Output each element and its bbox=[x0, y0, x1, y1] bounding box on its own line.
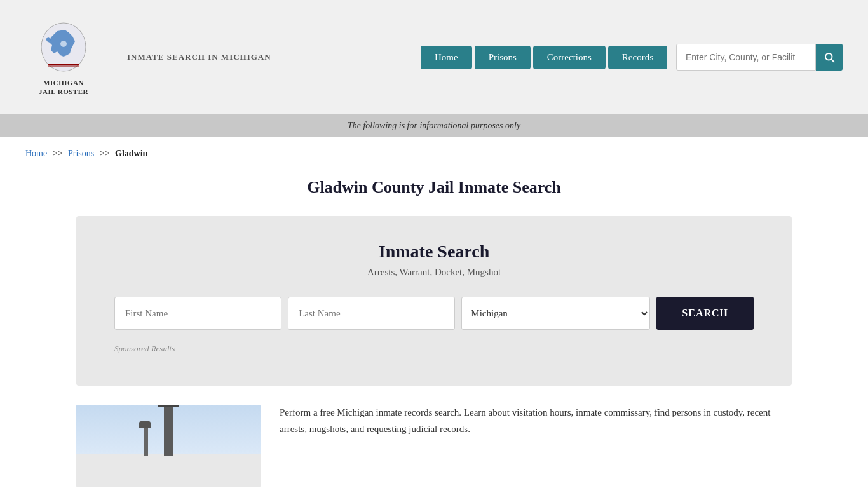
header-search-input[interactable] bbox=[676, 44, 816, 71]
last-name-input[interactable] bbox=[288, 297, 455, 330]
sponsored-label: Sponsored Results bbox=[114, 344, 754, 354]
breadcrumb-sep-1: >> bbox=[53, 149, 63, 158]
search-section-subtitle: Arrests, Warrant, Docket, Mugshot bbox=[114, 267, 754, 278]
info-bar: The following is for informational purpo… bbox=[0, 114, 868, 137]
bottom-image bbox=[76, 405, 261, 487]
breadcrumb-current: Gladwin bbox=[115, 149, 147, 158]
state-select[interactable]: Michigan Alabama Alaska Arizona Arkansas… bbox=[461, 297, 650, 330]
search-fields: Michigan Alabama Alaska Arizona Arkansas… bbox=[114, 297, 754, 330]
first-name-input[interactable] bbox=[114, 297, 281, 330]
nav-records-button[interactable]: Records bbox=[608, 46, 667, 69]
nav-area: Home Prisons Corrections Records bbox=[421, 44, 843, 71]
svg-point-4 bbox=[825, 53, 832, 60]
search-button[interactable]: SEARCH bbox=[656, 297, 754, 330]
nav-corrections-button[interactable]: Corrections bbox=[533, 46, 606, 69]
page-title: Gladwin County Jail Inmate Search bbox=[0, 178, 868, 197]
svg-line-5 bbox=[832, 60, 834, 62]
info-bar-text: The following is for informational purpo… bbox=[348, 121, 520, 130]
nav-home-button[interactable]: Home bbox=[421, 46, 472, 69]
site-title: INMATE SEARCH IN MICHIGAN bbox=[127, 52, 271, 62]
bottom-section: Perform a free Michigan inmate records s… bbox=[0, 386, 868, 488]
header-search-button[interactable] bbox=[816, 44, 843, 71]
bottom-description: Perform a free Michigan inmate records s… bbox=[280, 405, 792, 437]
header-search-wrap bbox=[676, 44, 843, 71]
logo-icon bbox=[38, 18, 89, 76]
logo-area: MICHIGAN JAIL ROSTER bbox=[25, 18, 102, 97]
logo-text: MICHIGAN JAIL ROSTER bbox=[39, 78, 88, 97]
nav-prisons-button[interactable]: Prisons bbox=[475, 46, 531, 69]
svg-point-1 bbox=[60, 41, 67, 47]
breadcrumb-prisons-link[interactable]: Prisons bbox=[68, 149, 94, 158]
breadcrumb: Home >> Prisons >> Gladwin bbox=[0, 137, 868, 165]
breadcrumb-home-link[interactable]: Home bbox=[25, 149, 47, 158]
header: MICHIGAN JAIL ROSTER INMATE SEARCH IN MI… bbox=[0, 0, 868, 114]
breadcrumb-sep-2: >> bbox=[100, 149, 110, 158]
search-section: Inmate Search Arrests, Warrant, Docket, … bbox=[76, 216, 792, 386]
search-section-title: Inmate Search bbox=[114, 241, 754, 262]
